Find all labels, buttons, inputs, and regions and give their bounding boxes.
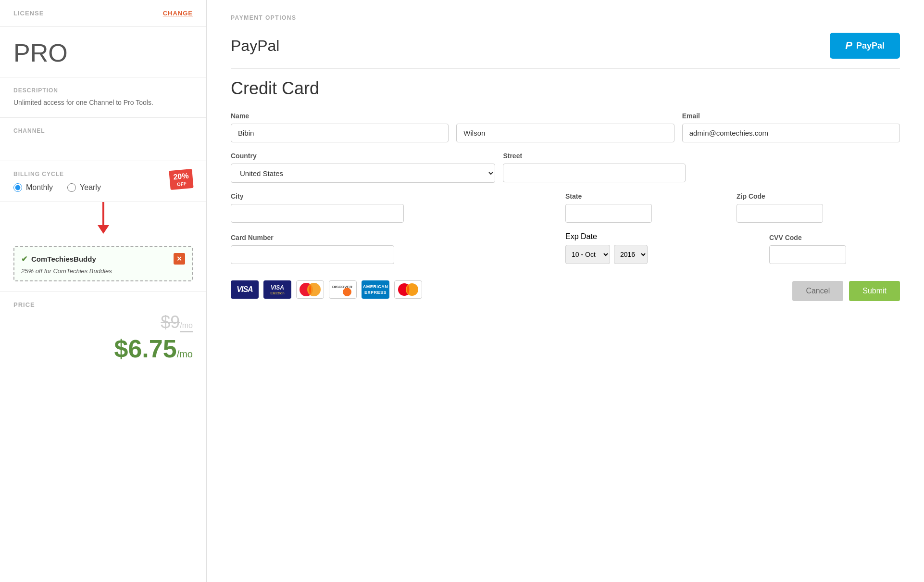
paypal-button[interactable]: P PayPal [830, 33, 900, 59]
monthly-option[interactable]: Monthly [13, 183, 53, 192]
exp-month-select[interactable]: 10 - Oct 01 - Jan 02 - Feb 03 - Mar 04 -… [565, 245, 610, 264]
price-section: PRICE $9/mo $6.75/mo [0, 291, 206, 373]
last-name-group: Name [456, 112, 674, 142]
exp-date-group: Exp Date 10 - Oct 01 - Jan 02 - Feb 03 -… [565, 232, 762, 264]
exp-year-select[interactable]: 2016 2017 2018 2019 2020 [614, 245, 648, 264]
divider [231, 68, 900, 69]
svg-rect-2 [330, 281, 355, 298]
discount-pct: 20% [173, 171, 189, 182]
red-arrow-icon [98, 202, 109, 240]
state-input[interactable] [565, 204, 652, 223]
check-icon: ✔ [21, 254, 27, 264]
card-number-label: Card Number [231, 234, 558, 241]
email-label: Email [682, 112, 900, 120]
paypal-p-icon: P [845, 39, 852, 52]
license-header: LICENSE CHANGE [0, 0, 206, 27]
billing-label: BILLING CYCLE [13, 171, 193, 177]
left-panel: LICENSE CHANGE PRO DESCRIPTION Unlimited… [0, 0, 207, 582]
coupon-close-button[interactable]: ✕ [174, 253, 185, 265]
channel-label: CHANNEL [13, 127, 193, 134]
exp-date-label: Exp Date [565, 232, 762, 241]
description-text: Unlimited access for one Channel to Pro … [13, 98, 193, 108]
sale-price: $6.75/mo [13, 334, 193, 363]
cvv-input[interactable] [769, 245, 846, 264]
arrow-indicator [0, 202, 206, 240]
exp-date-selects: 10 - Oct 01 - Jan 02 - Feb 03 - Mar 04 -… [565, 245, 762, 264]
country-select[interactable]: United States Canada United Kingdom Aust… [231, 164, 495, 183]
street-input[interactable] [503, 164, 686, 182]
description-section: DESCRIPTION Unlimited access for one Cha… [0, 77, 206, 118]
original-per-mo: /mo [180, 321, 193, 329]
city-state-zip-row: City State Zip Code [231, 192, 900, 223]
billing-section: BILLING CYCLE Monthly Yearly 20% OFF [0, 161, 206, 202]
pro-title: PRO [0, 27, 206, 77]
last-name-input[interactable] [456, 124, 674, 142]
discount-badge: 20% OFF [169, 169, 193, 190]
paypal-row: PayPal P PayPal [231, 33, 900, 59]
name-email-row: Name Name Email [231, 112, 900, 142]
channel-section: CHANNEL [0, 118, 206, 161]
mastercard-logo [394, 280, 422, 299]
country-group: Country United States Canada United King… [231, 152, 495, 183]
license-label: LICENSE [13, 10, 44, 17]
yearly-label: Yearly [80, 183, 101, 192]
first-name-group: Name [231, 112, 449, 142]
change-link[interactable]: CHANGE [163, 10, 193, 17]
name-label: Name [231, 112, 449, 120]
coupon-section: ✔ ComTechiesBuddy ✕ 25% off for ComTechi… [0, 240, 206, 291]
coupon-header: ✔ ComTechiesBuddy ✕ [21, 253, 185, 265]
action-row: Cancel Submit [792, 281, 900, 301]
maestro-logo [296, 280, 324, 299]
submit-button[interactable]: Submit [849, 281, 900, 301]
monthly-radio[interactable] [13, 183, 22, 192]
payment-options-label: PAYMENT OPTIONS [231, 14, 900, 21]
coupon-name-text: ComTechiesBuddy [31, 255, 96, 263]
amex-logo: AMERICAN EXPRESS [362, 280, 389, 299]
billing-options: Monthly Yearly [13, 183, 193, 192]
paypal-button-label: PayPal [856, 41, 885, 51]
coupon-box: ✔ ComTechiesBuddy ✕ 25% off for ComTechi… [13, 246, 193, 281]
cancel-button[interactable]: Cancel [792, 281, 843, 301]
cvv-label: CVV Code [769, 234, 900, 241]
description-label: DESCRIPTION [13, 87, 193, 94]
credit-card-title: Credit Card [231, 78, 900, 99]
right-panel: PAYMENT OPTIONS PayPal P PayPal Credit C… [207, 0, 924, 582]
discount-off: OFF [176, 181, 187, 187]
city-label: City [231, 192, 558, 200]
visa-logo: VISA [231, 280, 259, 299]
card-logos: VISA VISA Electron [231, 280, 422, 299]
zip-group: Zip Code [737, 192, 900, 223]
yearly-radio[interactable] [67, 183, 76, 192]
state-label: State [565, 192, 729, 200]
email-group: Email [682, 112, 900, 142]
city-input[interactable] [231, 204, 404, 223]
original-price: $9/mo [13, 312, 193, 332]
state-group: State [565, 192, 729, 223]
cvv-group: CVV Code [769, 234, 900, 264]
country-street-row: Country United States Canada United King… [231, 152, 900, 183]
zip-label: Zip Code [737, 192, 900, 200]
country-label: Country [231, 152, 495, 160]
card-number-input[interactable] [231, 245, 394, 264]
card-details-row: Card Number Exp Date 10 - Oct 01 - Jan 0… [231, 232, 900, 264]
yearly-option[interactable]: Yearly [67, 183, 101, 192]
coupon-description: 25% off for ComTechies Buddies [21, 267, 185, 275]
visa-electron-logo: VISA Electron [263, 280, 291, 299]
zip-input[interactable] [737, 204, 823, 223]
discover-logo: DISCOVER [329, 280, 357, 299]
email-input[interactable] [682, 124, 900, 142]
first-name-input[interactable] [231, 124, 449, 142]
card-number-group: Card Number [231, 234, 558, 264]
coupon-name: ✔ ComTechiesBuddy [21, 254, 96, 264]
street-label: Street [503, 152, 900, 160]
svg-point-4 [343, 288, 351, 296]
sale-per-mo: /mo [177, 349, 193, 359]
price-label: PRICE [13, 301, 193, 308]
street-group: Street [503, 152, 900, 183]
monthly-label: Monthly [26, 183, 53, 192]
city-group: City [231, 192, 558, 223]
paypal-title: PayPal [231, 37, 279, 55]
